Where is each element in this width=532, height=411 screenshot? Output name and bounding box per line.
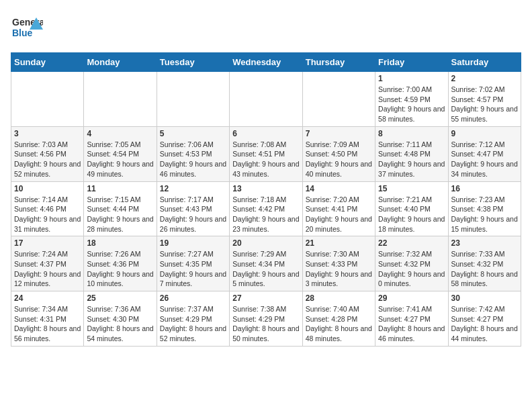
calendar-cell: 25Sunrise: 7:36 AMSunset: 4:30 PMDayligh… (84, 291, 157, 347)
day-info: Sunrise: 7:02 AMSunset: 4:57 PMDaylight:… (451, 85, 518, 124)
page-header: General Blue (11, 11, 521, 46)
day-info: Sunrise: 7:14 AMSunset: 4:46 PMDaylight:… (14, 195, 81, 234)
day-number: 18 (87, 238, 153, 248)
day-number: 25 (87, 293, 153, 303)
day-info: Sunrise: 7:40 AMSunset: 4:28 PMDaylight:… (306, 304, 372, 344)
calendar-cell: 7Sunrise: 7:09 AMSunset: 4:50 PMDaylight… (302, 126, 375, 181)
day-number: 27 (232, 293, 299, 303)
day-number: 5 (160, 129, 226, 138)
day-info: Sunrise: 7:05 AMSunset: 4:54 PMDaylight:… (87, 140, 153, 179)
weekday-header-row: SundayMondayTuesdayWednesdayThursdayFrid… (11, 53, 521, 72)
day-info: Sunrise: 7:30 AMSunset: 4:33 PMDaylight:… (306, 249, 372, 289)
calendar-cell: 18Sunrise: 7:26 AMSunset: 4:36 PMDayligh… (84, 236, 157, 291)
calendar-cell: 19Sunrise: 7:27 AMSunset: 4:35 PMDayligh… (157, 236, 229, 291)
calendar-cell: 6Sunrise: 7:08 AMSunset: 4:51 PMDaylight… (230, 126, 302, 181)
calendar-cell (84, 72, 157, 127)
day-number: 21 (306, 238, 372, 248)
day-number: 4 (87, 129, 153, 138)
calendar-cell (230, 72, 302, 127)
calendar-cell: 26Sunrise: 7:37 AMSunset: 4:29 PMDayligh… (157, 291, 229, 347)
calendar-cell: 2Sunrise: 7:02 AMSunset: 4:57 PMDaylight… (448, 72, 521, 127)
day-number: 20 (232, 238, 299, 248)
day-info: Sunrise: 7:11 AMSunset: 4:48 PMDaylight:… (378, 140, 445, 179)
day-info: Sunrise: 7:18 AMSunset: 4:42 PMDaylight:… (232, 195, 299, 234)
calendar-cell: 16Sunrise: 7:23 AMSunset: 4:38 PMDayligh… (448, 181, 521, 236)
day-info: Sunrise: 7:27 AMSunset: 4:35 PMDaylight:… (160, 249, 226, 289)
calendar-cell: 13Sunrise: 7:18 AMSunset: 4:42 PMDayligh… (230, 181, 302, 236)
day-info: Sunrise: 7:29 AMSunset: 4:34 PMDaylight:… (232, 249, 299, 289)
logo-icon: General Blue (11, 11, 43, 43)
calendar-cell: 23Sunrise: 7:33 AMSunset: 4:32 PMDayligh… (448, 236, 521, 291)
day-number: 28 (306, 293, 372, 303)
calendar-cell: 17Sunrise: 7:24 AMSunset: 4:37 PMDayligh… (11, 236, 84, 291)
day-info: Sunrise: 7:34 AMSunset: 4:31 PMDaylight:… (14, 304, 81, 344)
day-info: Sunrise: 7:09 AMSunset: 4:50 PMDaylight:… (306, 140, 372, 179)
weekday-header-tuesday: Tuesday (157, 53, 229, 72)
day-info: Sunrise: 7:26 AMSunset: 4:36 PMDaylight:… (87, 249, 153, 289)
day-number: 15 (378, 184, 445, 193)
day-number: 22 (378, 238, 445, 248)
calendar-cell: 5Sunrise: 7:06 AMSunset: 4:53 PMDaylight… (157, 126, 229, 181)
weekday-header-saturday: Saturday (448, 53, 521, 72)
calendar-cell: 20Sunrise: 7:29 AMSunset: 4:34 PMDayligh… (230, 236, 302, 291)
calendar-table: SundayMondayTuesdayWednesdayThursdayFrid… (11, 52, 521, 347)
weekday-header-monday: Monday (84, 53, 157, 72)
calendar-week-5: 24Sunrise: 7:34 AMSunset: 4:31 PMDayligh… (11, 291, 521, 347)
logo: General Blue (11, 11, 43, 46)
calendar-cell: 30Sunrise: 7:42 AMSunset: 4:27 PMDayligh… (448, 291, 521, 347)
calendar-week-3: 10Sunrise: 7:14 AMSunset: 4:46 PMDayligh… (11, 181, 521, 236)
calendar-cell: 3Sunrise: 7:03 AMSunset: 4:56 PMDaylight… (11, 126, 84, 181)
day-number: 7 (306, 129, 372, 138)
weekday-header-friday: Friday (375, 53, 448, 72)
day-number: 16 (451, 184, 518, 193)
day-number: 13 (232, 184, 299, 193)
calendar-cell: 12Sunrise: 7:17 AMSunset: 4:43 PMDayligh… (157, 181, 229, 236)
day-info: Sunrise: 7:32 AMSunset: 4:32 PMDaylight:… (378, 249, 445, 289)
day-info: Sunrise: 7:42 AMSunset: 4:27 PMDaylight:… (451, 304, 518, 344)
day-number: 14 (306, 184, 372, 193)
weekday-header-thursday: Thursday (302, 53, 375, 72)
day-info: Sunrise: 7:36 AMSunset: 4:30 PMDaylight:… (87, 304, 153, 344)
day-info: Sunrise: 7:33 AMSunset: 4:32 PMDaylight:… (451, 249, 518, 289)
day-number: 2 (451, 74, 518, 83)
day-number: 30 (451, 293, 518, 303)
day-info: Sunrise: 7:03 AMSunset: 4:56 PMDaylight:… (14, 140, 81, 179)
calendar-cell (157, 72, 229, 127)
calendar-cell: 15Sunrise: 7:21 AMSunset: 4:40 PMDayligh… (375, 181, 448, 236)
weekday-header-wednesday: Wednesday (230, 53, 302, 72)
day-number: 12 (160, 184, 226, 193)
day-info: Sunrise: 7:37 AMSunset: 4:29 PMDaylight:… (160, 304, 226, 344)
day-number: 26 (160, 293, 226, 303)
calendar-cell: 28Sunrise: 7:40 AMSunset: 4:28 PMDayligh… (302, 291, 375, 347)
day-info: Sunrise: 7:38 AMSunset: 4:29 PMDaylight:… (232, 304, 299, 344)
calendar-cell: 24Sunrise: 7:34 AMSunset: 4:31 PMDayligh… (11, 291, 84, 347)
day-info: Sunrise: 7:00 AMSunset: 4:59 PMDaylight:… (378, 85, 445, 124)
calendar-cell: 1Sunrise: 7:00 AMSunset: 4:59 PMDaylight… (375, 72, 448, 127)
day-info: Sunrise: 7:06 AMSunset: 4:53 PMDaylight:… (160, 140, 226, 179)
calendar-cell: 11Sunrise: 7:15 AMSunset: 4:44 PMDayligh… (84, 181, 157, 236)
day-info: Sunrise: 7:24 AMSunset: 4:37 PMDaylight:… (14, 249, 81, 289)
weekday-header-sunday: Sunday (11, 53, 84, 72)
day-info: Sunrise: 7:08 AMSunset: 4:51 PMDaylight:… (232, 140, 299, 179)
day-number: 1 (378, 74, 445, 83)
svg-text:Blue: Blue (12, 28, 33, 38)
calendar-cell (302, 72, 375, 127)
calendar-cell: 4Sunrise: 7:05 AMSunset: 4:54 PMDaylight… (84, 126, 157, 181)
day-number: 29 (378, 293, 445, 303)
day-info: Sunrise: 7:17 AMSunset: 4:43 PMDaylight:… (160, 195, 226, 234)
day-number: 6 (232, 129, 299, 138)
calendar-cell: 14Sunrise: 7:20 AMSunset: 4:41 PMDayligh… (302, 181, 375, 236)
calendar-body: 1Sunrise: 7:00 AMSunset: 4:59 PMDaylight… (11, 72, 521, 347)
day-info: Sunrise: 7:23 AMSunset: 4:38 PMDaylight:… (451, 195, 518, 234)
calendar-cell: 22Sunrise: 7:32 AMSunset: 4:32 PMDayligh… (375, 236, 448, 291)
day-number: 10 (14, 184, 81, 193)
day-info: Sunrise: 7:20 AMSunset: 4:41 PMDaylight:… (306, 195, 372, 234)
day-number: 3 (14, 129, 81, 138)
calendar-cell: 10Sunrise: 7:14 AMSunset: 4:46 PMDayligh… (11, 181, 84, 236)
calendar-cell: 21Sunrise: 7:30 AMSunset: 4:33 PMDayligh… (302, 236, 375, 291)
day-info: Sunrise: 7:21 AMSunset: 4:40 PMDaylight:… (378, 195, 445, 234)
day-number: 24 (14, 293, 81, 303)
calendar-cell: 8Sunrise: 7:11 AMSunset: 4:48 PMDaylight… (375, 126, 448, 181)
calendar-cell (11, 72, 84, 127)
day-number: 17 (14, 238, 81, 248)
